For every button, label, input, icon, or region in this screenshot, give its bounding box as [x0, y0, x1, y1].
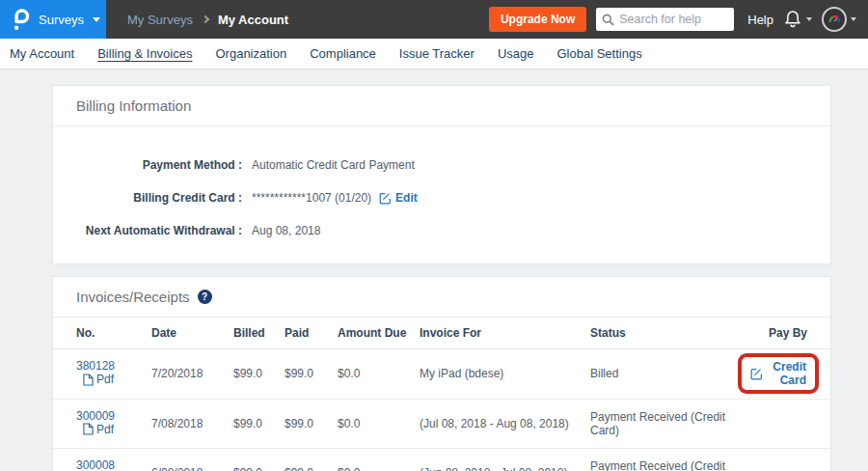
- billing-information-header: Billing Information: [53, 86, 830, 126]
- invoices-receipts-title: Invoices/Receipts: [76, 289, 190, 305]
- invoices-receipts-card: Invoices/Receipts ? No. Date Billed Paid…: [52, 276, 831, 471]
- top-bar: Surveys My Surveys My Account Upgrade No…: [0, 0, 868, 39]
- invoice-number-link[interactable]: 300008: [76, 458, 115, 471]
- tab-usage[interactable]: Usage: [498, 46, 534, 61]
- account-nav: My Account Billing & Invoices Organizati…: [0, 39, 868, 69]
- help-search[interactable]: [596, 8, 734, 31]
- help-question-icon[interactable]: ?: [198, 290, 212, 304]
- search-icon: [602, 14, 614, 26]
- invoice-number-link[interactable]: 300009: [76, 409, 115, 423]
- notifications-menu[interactable]: [783, 9, 812, 30]
- tab-organization[interactable]: Organization: [215, 46, 286, 61]
- breadcrumb-my-surveys[interactable]: My Surveys: [127, 13, 193, 27]
- invoice-status: Payment Received (Credit Card): [590, 449, 738, 471]
- table-header-row: No. Date Billed Paid Amount Due Invoice …: [53, 318, 830, 349]
- invoice-billed: $99.0: [233, 349, 285, 400]
- chevron-right-icon: [202, 15, 209, 23]
- help-link[interactable]: Help: [747, 13, 773, 27]
- chevron-down-icon: [851, 17, 856, 21]
- search-input[interactable]: [619, 13, 728, 26]
- red-annotation-highlight: Credit Card: [738, 353, 819, 394]
- pdf-file-icon: [83, 423, 94, 435]
- tab-billing-invoices[interactable]: Billing & Invoices: [97, 46, 192, 61]
- billing-credit-card-row: Billing Credit Card : ************1007 (…: [76, 188, 807, 208]
- col-amount-due: Amount Due: [338, 318, 420, 349]
- breadcrumb: My Surveys My Account: [127, 13, 288, 27]
- pdf-file-icon: [83, 374, 94, 386]
- billing-credit-card-value: ************1007 (01/20): [252, 191, 371, 205]
- chevron-down-icon: [93, 17, 100, 22]
- payment-method-value: Automatic Credit Card Payment: [252, 158, 415, 172]
- breadcrumb-current: My Account: [218, 13, 288, 27]
- topbar-right: Upgrade Now Help: [489, 7, 868, 32]
- col-billed: Billed: [233, 318, 285, 349]
- invoice-paid: $99.0: [285, 399, 338, 449]
- pdf-link[interactable]: Pdf: [83, 423, 114, 436]
- bell-icon: [783, 9, 802, 30]
- invoice-paid: $99.0: [285, 349, 338, 400]
- product-label: Surveys: [39, 13, 84, 27]
- payment-method-label: Payment Method :: [76, 158, 242, 172]
- billing-information-body: Payment Method : Automatic Credit Card P…: [53, 126, 830, 263]
- invoices-table: No. Date Billed Paid Amount Due Invoice …: [53, 318, 830, 471]
- col-date: Date: [151, 318, 233, 349]
- invoice-for: (Jun 08, 2018 - Jul 08, 2018): [420, 449, 590, 471]
- invoice-amount-due: $0.0: [338, 449, 420, 471]
- invoice-pay-by: [738, 449, 830, 471]
- invoice-for: (Jul 08, 2018 - Aug 08, 2018): [420, 399, 590, 449]
- invoice-amount-due: $0.0: [338, 399, 420, 449]
- invoice-billed: $99.0: [233, 399, 285, 449]
- next-withdrawal-value: Aug 08, 2018: [252, 224, 320, 237]
- edit-link-label: Edit: [395, 191, 418, 205]
- invoice-date: 7/08/2018: [151, 399, 233, 449]
- questionpro-logo-icon: [12, 7, 30, 33]
- invoice-status: Payment Received (Credit Card): [590, 399, 738, 449]
- avatar: [822, 7, 847, 32]
- product-switcher[interactable]: Surveys: [0, 0, 106, 39]
- invoice-pay-by: [738, 399, 830, 449]
- table-row: 300008Pdf 6/08/2018 $99.0 $99.0 $0.0 (Ju…: [53, 449, 830, 471]
- col-invoice-for: Invoice For: [420, 318, 590, 349]
- col-paid: Paid: [285, 318, 338, 349]
- payment-method-row: Payment Method : Automatic Credit Card P…: [76, 155, 807, 175]
- billing-information-title: Billing Information: [76, 97, 191, 114]
- table-row: 300009Pdf 7/08/2018 $99.0 $99.0 $0.0 (Ju…: [53, 399, 830, 449]
- col-pay-by: Pay By: [738, 318, 830, 349]
- account-menu[interactable]: [822, 7, 856, 32]
- next-withdrawal-row: Next Automatic Withdrawal : Aug 08, 2018: [76, 221, 807, 240]
- invoice-billed: $99.0: [233, 449, 285, 471]
- table-row: 380128Pdf 7/20/2018 $99.0 $99.0 $0.0 My …: [53, 349, 830, 400]
- tab-issue-tracker[interactable]: Issue Tracker: [399, 46, 475, 61]
- chevron-down-icon: [806, 17, 812, 21]
- edit-pencil-icon: [750, 368, 763, 380]
- edit-pencil-icon: [379, 192, 392, 205]
- invoice-number-link[interactable]: 380128: [76, 359, 115, 373]
- invoice-for: My iPad (bdese): [420, 349, 590, 400]
- invoice-status: Billed: [590, 349, 738, 400]
- pdf-link-label: Pdf: [96, 423, 114, 436]
- invoices-receipts-header: Invoices/Receipts ?: [53, 277, 830, 318]
- invoice-paid: $99.0: [285, 449, 338, 471]
- col-no: No.: [53, 318, 151, 349]
- upgrade-now-button[interactable]: Upgrade Now: [489, 7, 586, 32]
- tab-my-account[interactable]: My Account: [10, 46, 74, 61]
- tab-compliance[interactable]: Compliance: [310, 46, 376, 61]
- pdf-link[interactable]: Pdf: [83, 373, 114, 386]
- main-content: Billing Information Payment Method : Aut…: [0, 69, 868, 471]
- pdf-link-label: Pdf: [96, 373, 114, 386]
- billing-credit-card-label: Billing Credit Card :: [76, 191, 242, 205]
- next-withdrawal-label: Next Automatic Withdrawal :: [76, 224, 242, 237]
- pay-by-credit-card-link[interactable]: Credit Card: [768, 360, 806, 387]
- invoice-amount-due: $0.0: [338, 349, 420, 400]
- invoice-date: 7/20/2018: [151, 349, 233, 400]
- invoice-date: 6/08/2018: [151, 449, 233, 471]
- billing-information-card: Billing Information Payment Method : Aut…: [52, 85, 831, 264]
- tab-global-settings[interactable]: Global Settings: [556, 46, 641, 61]
- col-status: Status: [590, 318, 738, 349]
- edit-credit-card-link[interactable]: Edit: [379, 191, 418, 205]
